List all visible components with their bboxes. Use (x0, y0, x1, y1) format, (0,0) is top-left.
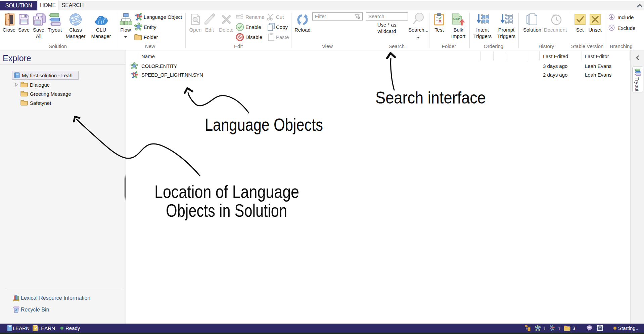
svg-text:Language Objects: Language Objects (205, 115, 323, 134)
svg-text:Search interface: Search interface (375, 88, 486, 107)
svg-text:Location of Language: Location of Language (154, 181, 299, 202)
svg-text:Objects in Solution: Objects in Solution (166, 200, 287, 220)
